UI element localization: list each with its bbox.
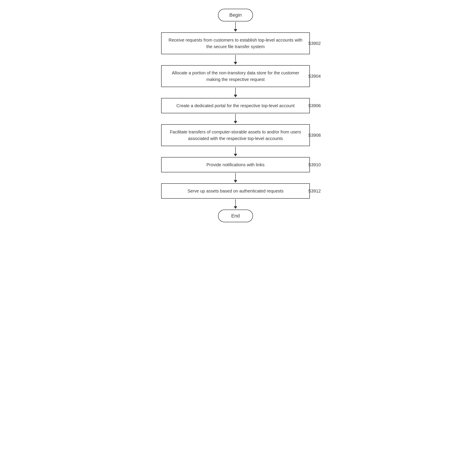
- s3904-node: Allocate a portion of the non-transitory…: [161, 65, 310, 87]
- begin-node-row: Begin: [137, 9, 334, 21]
- s3912-label: S3912: [308, 188, 321, 194]
- end-node-row: End: [137, 210, 334, 222]
- arrow-head: [234, 154, 237, 156]
- arrow-4: [137, 113, 334, 124]
- s3908-node: Facilitate transfers of computer-storabl…: [161, 124, 310, 146]
- s3906-node-row: Create a dedicated portal for the respec…: [137, 98, 334, 113]
- arrow-line: [235, 114, 236, 121]
- s3908-node-row: Facilitate transfers of computer-storabl…: [137, 124, 334, 146]
- arrow-line: [235, 199, 236, 206]
- s3904-text: Allocate a portion of the non-transitory…: [172, 70, 299, 82]
- end-label: End: [231, 213, 240, 219]
- s3902-node-row: Receive requests from customers to estab…: [137, 32, 334, 54]
- s3904-label: S3904: [308, 74, 321, 79]
- s3910-node: Provide notifications with links: [161, 157, 310, 172]
- arrow-head: [234, 121, 237, 124]
- arrow-head: [234, 180, 237, 183]
- s3908-label: S3908: [308, 133, 321, 138]
- arrow-head: [234, 95, 237, 97]
- arrow-7: [137, 199, 334, 210]
- arrow-3: [137, 87, 334, 98]
- s3902-label: S3902: [308, 41, 321, 46]
- s3908-text: Facilitate transfers of computer-storabl…: [170, 130, 301, 141]
- end-node: End: [218, 210, 253, 222]
- arrow-1: [137, 21, 334, 32]
- s3902-text: Receive requests from customers to estab…: [168, 38, 303, 49]
- arrow-line: [235, 88, 236, 95]
- flowchart: Begin Receive requests from customers to…: [137, 9, 334, 222]
- arrow-5: [137, 146, 334, 157]
- arrow-head: [234, 29, 237, 32]
- s3902-node: Receive requests from customers to estab…: [161, 32, 310, 54]
- s3910-node-row: Provide notifications with links S3910: [137, 157, 334, 172]
- s3910-text: Provide notifications with links: [206, 162, 265, 167]
- s3912-node: Serve up assets based on authenticated r…: [161, 183, 310, 199]
- arrow-line: [235, 147, 236, 154]
- s3906-label: S3906: [308, 103, 321, 108]
- begin-label: Begin: [229, 12, 242, 18]
- arrow-line: [235, 55, 236, 62]
- arrow-line: [235, 22, 236, 29]
- arrow-6: [137, 172, 334, 183]
- arrow-head: [234, 62, 237, 65]
- begin-node: Begin: [218, 9, 253, 21]
- s3906-node: Create a dedicated portal for the respec…: [161, 98, 310, 113]
- arrow-head: [234, 206, 237, 209]
- arrow-line: [235, 173, 236, 180]
- arrow-2: [137, 54, 334, 65]
- s3904-node-row: Allocate a portion of the non-transitory…: [137, 65, 334, 87]
- s3912-text: Serve up assets based on authenticated r…: [187, 188, 283, 193]
- s3912-node-row: Serve up assets based on authenticated r…: [137, 183, 334, 199]
- s3906-text: Create a dedicated portal for the respec…: [176, 103, 295, 108]
- s3910-label: S3910: [308, 162, 321, 167]
